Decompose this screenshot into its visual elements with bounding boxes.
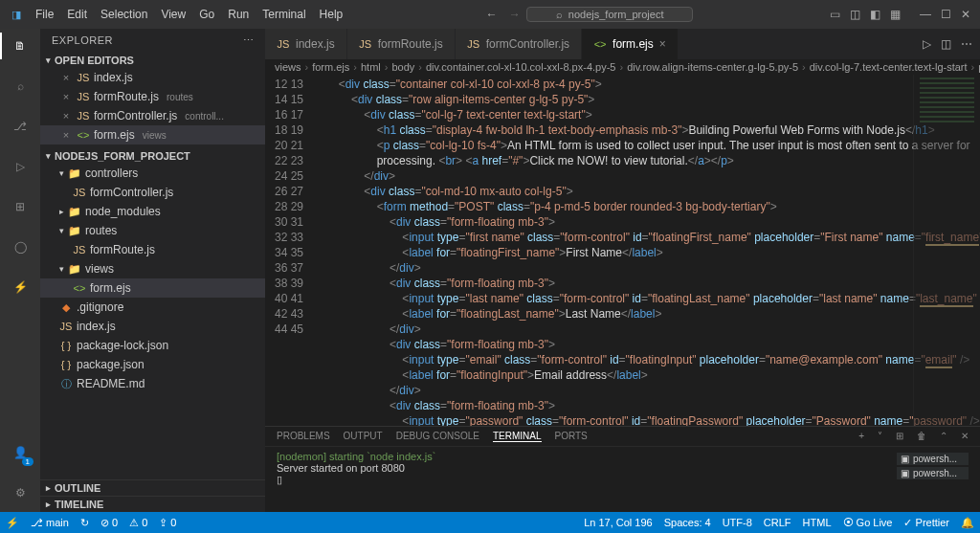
nav-fwd-icon[interactable]: → [503,8,526,21]
tree-item[interactable]: JS index.js [40,317,265,336]
tree-item[interactable]: ▾ 📁 routes [40,221,265,240]
editor-tab[interactable]: <> form.ejs × [582,29,679,59]
breadcrumb-seg[interactable]: html [361,61,381,73]
terminal-instance[interactable]: ▣powersh... [897,467,969,479]
code-content[interactable]: <div class="container col-xl-10 col-xxl-… [313,75,980,426]
close-icon[interactable]: ✕ [961,8,970,21]
editor-tab[interactable]: JS formRoute.js [347,29,456,59]
open-editor-item[interactable]: × JS formRoute.js routes [40,87,265,106]
customize-layout-icon[interactable]: ▦ [890,8,901,21]
terminal-dropdown-icon[interactable]: ˅ [878,431,882,442]
maximize-panel-icon[interactable]: ⌃ [940,431,947,442]
eol-status[interactable]: CRLF [764,517,791,528]
code-editor[interactable]: 12 13 14 15 16 17 18 19 20 21 22 23 24 2… [265,75,980,426]
run-icon[interactable]: ▷ [923,37,931,51]
tree-item[interactable]: ⓘ README.md [40,374,265,393]
editor-tab[interactable]: JS index.js [265,29,347,59]
open-editor-item[interactable]: × JS formController.js controll... [40,106,265,125]
outline-section[interactable]: ▸OUTLINE [40,479,265,496]
open-editor-item[interactable]: × <> form.ejs views [40,125,265,144]
breadcrumb-seg[interactable]: views [275,61,301,73]
terminal[interactable]: [nodemon] starting `node index.js` Serve… [265,447,980,512]
menu-edit[interactable]: Edit [60,8,94,21]
close-icon[interactable]: × [59,90,73,103]
language-status[interactable]: HTML [803,517,832,528]
indent-status[interactable]: Spaces: 4 [664,517,711,528]
split-icon[interactable]: ◫ [941,37,951,51]
breadcrumbs[interactable]: views › form.ejs › html › body › div.con… [265,59,980,75]
panel-tab-problems[interactable]: PROBLEMS [277,431,330,442]
menu-go[interactable]: Go [192,8,221,21]
panel-tab-terminal[interactable]: TERMINAL [493,431,542,442]
settings-icon[interactable]: ⚙ [9,481,32,504]
close-panel-icon[interactable]: ✕ [961,431,969,442]
open-editor-item[interactable]: × JS index.js [40,68,265,87]
split-terminal-icon[interactable]: ⊞ [896,431,903,442]
layout-toggle-icon[interactable]: ▭ [830,8,840,21]
tree-item[interactable]: ▸ 📁 node_modules [40,202,265,221]
tree-item[interactable]: { } package.json [40,355,265,374]
go-live[interactable]: ⦿ Go Live [843,517,893,528]
panel-tab-debug console[interactable]: DEBUG CONSOLE [396,431,479,442]
extensions-icon[interactable]: ⊞ [9,195,32,218]
close-icon[interactable]: × [659,37,666,51]
close-icon[interactable]: × [59,128,73,142]
tree-item[interactable]: { } package-lock.json [40,336,265,355]
menu-file[interactable]: File [29,8,60,21]
editor-tab[interactable]: JS formController.js [456,29,582,59]
panel-toggle-icon[interactable]: ◫ [850,8,860,21]
encoding-status[interactable]: UTF-8 [723,517,752,528]
menu-selection[interactable]: Selection [94,8,154,21]
breadcrumb-seg[interactable]: div.container.col-xl-10.col-xxl-8.px-4.p… [426,61,615,73]
tree-item[interactable]: ◆ .gitignore [40,298,265,317]
maximize-icon[interactable]: ☐ [941,8,951,21]
breadcrumb-seg[interactable]: div.row.align-items-center.g-lg-5.py-5 [627,61,798,73]
close-icon[interactable]: × [59,71,73,84]
remote-indicator[interactable]: ⚡ [6,517,19,529]
source-control-icon[interactable]: ⎇ [9,115,32,138]
kill-terminal-icon[interactable]: 🗑 [917,431,926,442]
command-center[interactable]: ⌕ nodejs_form_project [526,7,694,22]
thunder-icon[interactable]: ⚡ [9,276,32,299]
terminal-instance[interactable]: ▣powersh... [897,453,969,465]
more-icon[interactable]: ⋯ [961,37,972,51]
new-terminal-icon[interactable]: + [858,431,864,442]
notifications-icon[interactable]: 🔔 [961,517,974,529]
more-icon[interactable]: ⋯ [243,34,255,47]
run-debug-icon[interactable]: ▷ [9,155,32,178]
menu-terminal[interactable]: Terminal [256,8,312,21]
breadcrumb-seg[interactable]: form.ejs [312,61,349,73]
problems-warnings[interactable]: ⚠ 0 [129,517,147,529]
sidebar-toggle-icon[interactable]: ◧ [870,8,880,21]
explorer-icon[interactable]: 🗎 [9,34,32,57]
tree-item[interactable]: ▾ 📁 controllers [40,164,265,183]
search-icon[interactable]: ⌕ [9,75,32,98]
minimap[interactable] [913,75,980,426]
cursor-position[interactable]: Ln 17, Col 196 [584,517,653,528]
tree-item[interactable]: JS formRoute.js [40,240,265,259]
menu-run[interactable]: Run [221,8,256,21]
github-icon[interactable]: ◯ [9,235,32,258]
git-branch[interactable]: ⎇ main [31,517,69,529]
ports-indicator[interactable]: ⇪ 0 [159,517,176,529]
open-editors-section[interactable]: ▾OPEN EDITORS [40,53,265,68]
sync-icon[interactable]: ↻ [80,517,89,529]
problems-errors[interactable]: ⊘ 0 [100,517,118,529]
tree-item[interactable]: <> form.ejs [40,278,265,298]
tree-item[interactable]: JS formController.js [40,183,265,202]
menu-help[interactable]: Help [313,8,350,21]
accounts-icon[interactable]: 👤1 [9,441,32,464]
terminal-list[interactable]: ▣powersh...▣powersh... [897,451,969,508]
project-section[interactable]: ▾NODEJS_FORM_PROJECT [40,148,265,164]
minimize-icon[interactable]: — [920,8,931,21]
timeline-section[interactable]: ▸TIMELINE [40,496,265,512]
close-icon[interactable]: × [59,109,73,122]
nav-back-icon[interactable]: ← [480,8,503,21]
prettier-status[interactable]: ✓ Prettier [903,517,949,529]
panel-tab-ports[interactable]: PORTS [555,431,588,442]
panel-tab-output[interactable]: OUTPUT [344,431,383,442]
breadcrumb-seg[interactable]: div.col-lg-7.text-center.text-lg-start [810,61,968,73]
tree-item[interactable]: ▾ 📁 views [40,259,265,278]
menu-view[interactable]: View [154,8,192,21]
breadcrumb-seg[interactable]: body [391,61,414,73]
